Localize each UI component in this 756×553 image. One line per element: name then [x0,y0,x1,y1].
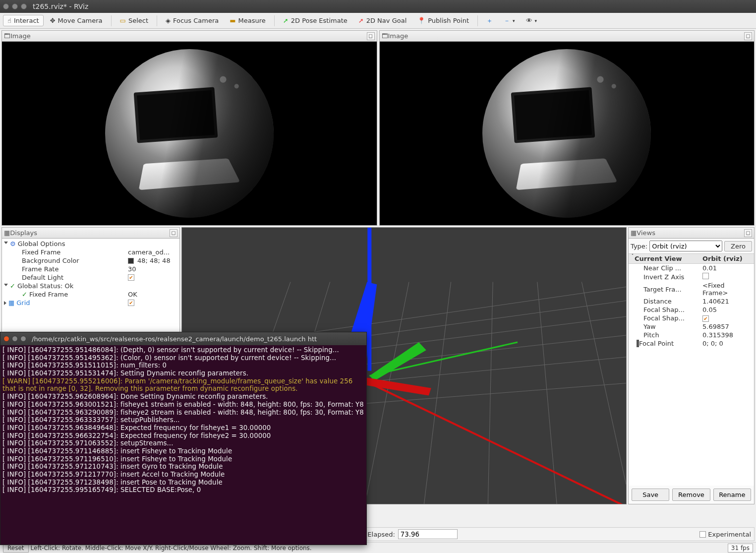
expand-icon[interactable] [4,284,8,288]
panel-header[interactable]: 🗔 Image ◻ [2,31,377,42]
panel-header[interactable]: ▦ Displays ◻ [2,228,179,239]
select-label: Select [128,17,148,24]
measure-button[interactable]: ▬Measure [225,15,270,26]
zero-button[interactable]: Zero [724,241,752,251]
tree-item-global-options[interactable]: ⚙Global Options [2,240,179,248]
color-swatch [128,258,134,264]
close-icon[interactable] [3,3,9,9]
view-type-select[interactable]: Orbit (rviz) [649,241,722,251]
toolbar-separator [111,15,112,26]
interact-button[interactable]: ☝Interact [3,15,44,26]
tree-item-fixed-frame-status[interactable]: ✓Fixed FrameOK [2,290,179,299]
experimental-checkbox[interactable] [699,531,706,538]
view-prop-focal-shape-size[interactable]: Focal Shap...0.05 [629,306,754,314]
views-header-key: Current View [635,255,682,262]
terminal-titlebar[interactable]: /home/crp/catkin_ws/src/realsense-ros/re… [0,332,366,345]
tree-value[interactable]: camera_od... [128,248,177,256]
move-icon: ✥ [50,17,56,24]
prop-val[interactable] [702,314,752,322]
select-icon: ▭ [120,17,126,24]
remove-button[interactable]: Remove [672,489,710,501]
y-axis [369,342,518,376]
panel-header[interactable]: 🗔 Image ◻ [380,31,755,42]
focus-camera-button[interactable]: ◈Focus Camera [161,15,223,26]
move-camera-label: Move Camera [58,17,103,24]
panel-icon: ▦ [631,229,637,237]
checkbox-icon[interactable] [128,274,134,281]
tree-label: Global Status: Ok [17,282,177,290]
tree-label: Global Options [18,240,177,247]
view-prop-distance[interactable]: Distance1.40621 [629,297,754,306]
tree-item-default-light[interactable]: Default Light [2,273,179,282]
tree-label: Default Light [22,274,126,281]
publish-point-button[interactable]: 📍Publish Point [413,15,473,26]
add-button[interactable]: ＋ [482,14,497,27]
tree-value: OK [128,291,177,298]
checkbox-icon[interactable] [702,273,709,279]
prop-val[interactable]: <Fixed Frame> [702,282,752,297]
expand-icon[interactable] [631,254,635,264]
prop-val[interactable]: 0; 0; 0 [702,340,752,347]
view-prop-pitch[interactable]: Pitch0.315398 [629,331,754,339]
minimize-icon[interactable] [12,336,18,342]
prop-key: Focal Shap... [631,306,702,313]
remove-button[interactable]: －▾ [499,14,520,27]
tree-value[interactable]: 48; 48; 48 [128,257,177,264]
panel-header[interactable]: ▦ Views ◻ [629,228,754,239]
close-icon[interactable] [3,336,9,342]
tree-value[interactable] [128,300,177,306]
view-prop-focal-point[interactable]: Focal Point0; 0; 0 [629,339,754,348]
fisheye-image-right [380,42,755,225]
elapsed-input[interactable] [398,529,458,539]
close-icon[interactable]: ◻ [170,229,177,237]
close-icon[interactable]: ◻ [744,229,752,237]
image-icon: 🗔 [4,32,10,40]
view-prop-near-clip[interactable]: Near Clip ...0.01 [629,264,754,272]
view-prop-invert-z[interactable]: Invert Z Axis [629,272,754,281]
tree-value[interactable]: 30 [128,265,177,273]
tree-value[interactable] [128,274,177,281]
checkbox-icon[interactable] [128,300,134,306]
view-prop-focal-shape-fixed[interactable]: Focal Shap... [629,314,754,322]
prop-val[interactable]: 0.05 [702,306,752,313]
views-tree[interactable]: Current ViewOrbit (rviz) Near Clip ...0.… [629,254,754,486]
minimize-icon[interactable] [12,3,18,9]
move-camera-button[interactable]: ✥Move Camera [46,15,107,26]
ruler-icon: ▬ [230,17,235,24]
select-button[interactable]: ▭Select [116,15,153,26]
close-icon[interactable]: ◻ [744,32,752,40]
rename-button[interactable]: Rename [713,489,751,501]
prop-val[interactable]: 0.315398 [702,331,752,339]
expand-icon[interactable] [4,301,6,305]
view-prop-yaw[interactable]: Yaw5.69857 [629,322,754,331]
arrow-icon: ➚ [283,17,289,24]
pose-estimate-button[interactable]: ➚2D Pose Estimate [279,15,352,26]
maximize-icon[interactable] [20,336,26,342]
nav-goal-button[interactable]: ➚2D Nav Goal [354,15,411,26]
prop-val[interactable]: 1.40621 [702,298,752,305]
prop-val[interactable] [702,273,752,281]
tree-item-bg-color[interactable]: Background Color48; 48; 48 [2,256,179,265]
views-buttons: Save Remove Rename [629,486,754,504]
visibility-button[interactable]: 👁▾ [522,15,542,26]
tree-item-fixed-frame[interactable]: Fixed Framecamera_od... [2,248,179,256]
terminal-output[interactable]: [ INFO] [1604737255.951486084]: (Depth, … [0,345,366,545]
maximize-icon[interactable] [21,3,27,9]
panel-title: Image [10,32,31,40]
tree-item-frame-rate[interactable]: Frame Rate30 [2,265,179,273]
view-prop-target-frame[interactable]: Target Fra...<Fixed Frame> [629,281,754,297]
terminal-window[interactable]: /home/crp/catkin_ws/src/realsense-ros/re… [0,332,367,545]
pin-icon: 📍 [417,17,425,24]
image-panels-row: 🗔 Image ◻ 🗔 Image ◻ [0,29,756,226]
checkbox-icon[interactable] [702,315,709,322]
focus-icon: ◈ [166,17,171,24]
expand-icon[interactable] [4,242,8,246]
save-button[interactable]: Save [632,489,669,501]
tree-item-global-status[interactable]: ✓Global Status: Ok [2,282,179,290]
gear-icon: ⚙ [10,240,16,247]
tree-item-grid[interactable]: ▦Grid [2,299,179,307]
prop-val[interactable]: 5.69857 [702,323,752,330]
prop-val[interactable]: 0.01 [702,264,752,272]
toolbar-separator [274,15,275,26]
close-icon[interactable]: ◻ [367,32,375,40]
